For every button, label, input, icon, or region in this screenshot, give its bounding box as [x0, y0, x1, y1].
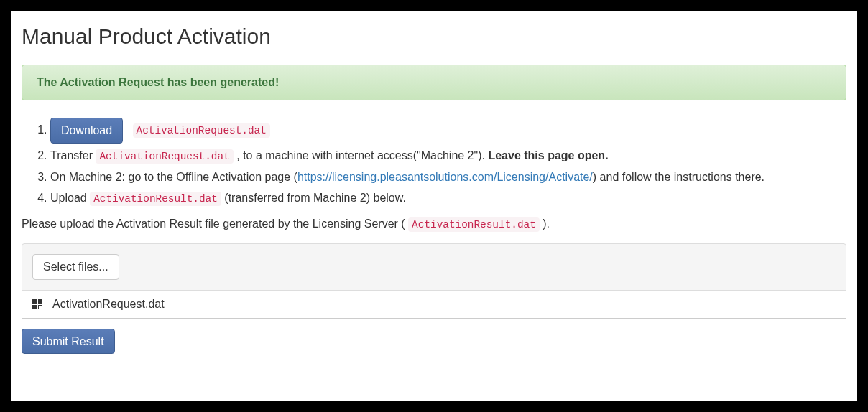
page-title: Manual Product Activation: [22, 24, 846, 49]
selected-file-name: ActivationRequest.dat: [52, 298, 165, 311]
step3-suffix: ) and follow the instructions there.: [593, 171, 765, 183]
step-download: Download ActivationRequest.dat: [50, 118, 846, 144]
step2-mid: , to a machine with internet access("Mac…: [236, 149, 488, 161]
select-files-button[interactable]: Select files...: [32, 254, 119, 280]
prompt-suffix: ).: [540, 217, 550, 230]
step3-prefix: On Machine 2: go to the Offline Activati…: [50, 171, 297, 183]
step2-bold: Leave this page open.: [488, 149, 608, 161]
activation-url-link[interactable]: https://licensing.pleasantsolutions.com/…: [297, 171, 593, 183]
result-file-chip-2: ActivationResult.dat: [408, 217, 540, 232]
upload-panel: Select files...: [22, 243, 846, 291]
upload-prompt: Please upload the Activation Result file…: [22, 217, 846, 230]
step4-suffix: (transferred from Machine 2) below.: [224, 192, 406, 204]
submit-result-button[interactable]: Submit Result: [22, 329, 115, 355]
file-grid-icon: [32, 299, 42, 309]
step2-prefix: Transfer: [50, 149, 96, 161]
download-button[interactable]: Download: [50, 118, 123, 144]
step-upload: Upload ActivationResult.dat (transferred…: [50, 189, 846, 207]
step4-prefix: Upload: [50, 192, 90, 204]
success-alert: The Activation Request has been generate…: [22, 65, 846, 100]
prompt-prefix: Please upload the Activation Result file…: [22, 217, 408, 230]
selected-file-list: ActivationRequest.dat: [22, 291, 846, 319]
step-transfer: Transfer ActivationRequest.dat , to a ma…: [50, 146, 846, 165]
selected-file-row: ActivationRequest.dat: [22, 291, 846, 318]
result-file-chip: ActivationResult.dat: [90, 192, 221, 206]
step-offline-activation: On Machine 2: go to the Offline Activati…: [50, 168, 846, 187]
submit-wrap: Submit Result: [22, 329, 846, 355]
instruction-list: Download ActivationRequest.dat Transfer …: [22, 118, 846, 207]
activation-page: Manual Product Activation The Activation…: [11, 11, 857, 401]
request-file-chip: ActivationRequest.dat: [133, 123, 270, 138]
request-file-chip-2: ActivationRequest.dat: [96, 149, 233, 164]
